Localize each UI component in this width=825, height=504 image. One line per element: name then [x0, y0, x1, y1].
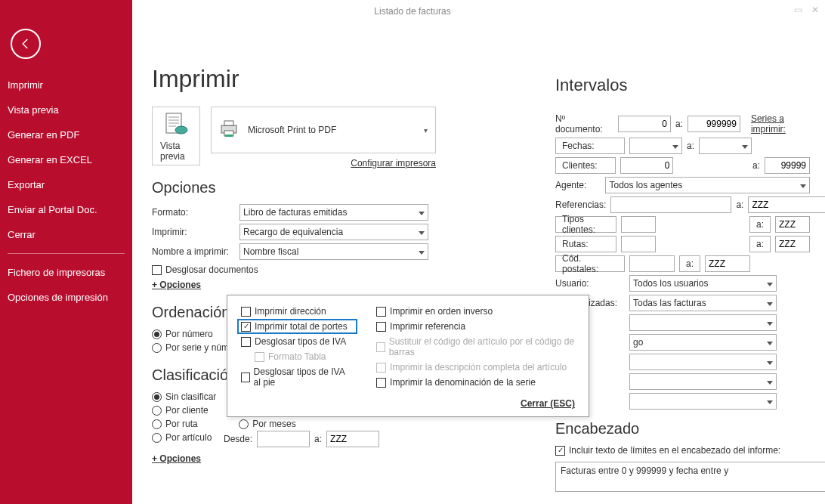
extra-select-1[interactable] — [629, 314, 777, 331]
series-link[interactable]: Series a imprimir: — [751, 113, 810, 135]
sidebar-item-vista-previa[interactable]: Vista previa — [0, 97, 132, 122]
usuario-label: Usuario: — [555, 278, 625, 289]
clientes-button[interactable]: Clientes: — [555, 157, 616, 174]
mas-opciones-clasif-link[interactable]: + Opciones — [152, 453, 201, 464]
ndoc-label: Nº documento: — [555, 113, 613, 135]
rutas-button[interactable]: Rutas: — [555, 236, 616, 252]
ref-label: Referencias: — [555, 199, 606, 210]
sidebar-item-pdf[interactable]: Generar en PDF — [0, 122, 132, 147]
agente-select[interactable]: Todos los agentes — [605, 177, 810, 193]
a-button-1[interactable]: a: — [749, 216, 771, 233]
extra-select-3[interactable] — [629, 354, 777, 370]
desglosar-checkbox[interactable]: Desglosar documentos — [152, 264, 431, 275]
usuario-select[interactable]: Todos los usuarios — [629, 275, 777, 292]
a-label-1: a: — [675, 119, 683, 129]
cp-button[interactable]: Cód. postales: — [555, 255, 625, 272]
nombre-label: Nombre a imprimir: — [152, 246, 235, 257]
printer-icon — [219, 119, 240, 141]
printer-name: Microsoft Print to PDF — [248, 125, 336, 135]
formato-label: Formato: — [152, 207, 235, 218]
clasif-meses-radio[interactable]: Por meses — [239, 419, 387, 429]
cp-from-input[interactable] — [629, 255, 675, 272]
sidebar-item-excel[interactable]: Generar en EXCEL — [0, 147, 132, 172]
imprimir-denominacion-checkbox[interactable]: Imprimir la denominación de la serie — [376, 377, 575, 388]
tipos-button[interactable]: Tipos clientes: — [555, 216, 616, 233]
clasif-articulo-radio[interactable]: Por artículo — [152, 432, 212, 443]
imprimir-direccion-checkbox[interactable]: Imprimir dirección — [241, 306, 354, 317]
a-button-3[interactable]: a: — [679, 255, 700, 272]
extra-select-5[interactable] — [629, 393, 777, 410]
window-title: Listado de facturas — [374, 6, 450, 17]
extra-select-4[interactable] — [629, 373, 777, 390]
fecha-to-select[interactable] — [699, 138, 752, 154]
desglosar-iva-pie-checkbox[interactable]: Desglosar tipos de IVA al pie — [241, 366, 354, 388]
sidebar-item-portal[interactable]: Enviar al Portal Doc. — [0, 197, 132, 222]
orden-inverso-checkbox[interactable]: Imprimir en orden inverso — [376, 306, 575, 317]
preview-button[interactable]: Vista previa — [152, 107, 200, 165]
sustituir-codigo-checkbox: Sustituir el código del artículo por el … — [376, 336, 575, 357]
nombre-select[interactable]: Nombre fiscal — [239, 243, 428, 260]
formato-tabla-checkbox: Formato Tabla — [255, 351, 354, 362]
printer-select[interactable]: Microsoft Print to PDF ▾ — [211, 107, 436, 153]
sidebar: Imprimir Vista previa Generar en PDF Gen… — [0, 0, 132, 504]
opciones-heading: Opciones — [152, 179, 431, 196]
rutas-from-input[interactable] — [621, 236, 656, 252]
ref-from-input[interactable] — [610, 196, 731, 213]
tipos-to-input[interactable] — [775, 216, 810, 233]
imprimir-descripcion-checkbox: Imprimir la descripción completa del art… — [376, 362, 575, 373]
a-label: a: — [314, 434, 322, 444]
mas-opciones-link[interactable]: + Opciones — [152, 280, 201, 290]
svg-rect-3 — [224, 121, 233, 125]
fechas-button[interactable]: Fechas: — [555, 138, 625, 154]
contab-select[interactable]: Todas las facturas — [629, 295, 777, 311]
encabezado-heading: Encabezado — [555, 420, 810, 438]
ndoc-to-input[interactable] — [688, 116, 740, 132]
clasif-cliente-radio[interactable]: Por cliente — [152, 405, 216, 416]
a-button-2[interactable]: a: — [749, 236, 771, 252]
cp-to-input[interactable] — [705, 255, 750, 272]
svg-rect-5 — [225, 135, 233, 137]
intervalos-heading: Intervalos — [555, 76, 810, 95]
ndoc-from-input[interactable] — [618, 116, 671, 132]
preview-label: Vista previa — [160, 141, 192, 162]
sidebar-item-exportar[interactable]: Exportar — [0, 172, 132, 197]
formato-select[interactable]: Libro de facturas emitidas — [239, 204, 428, 221]
incluir-texto-checkbox[interactable]: ✓Incluir texto de límites en el encabeza… — [555, 445, 810, 456]
cerrar-popup-link[interactable]: Cerrar (ESC) — [521, 398, 575, 409]
clasif-ruta-radio[interactable]: Por ruta — [152, 419, 216, 429]
desde-input[interactable] — [257, 431, 310, 447]
page-title: Imprimir — [152, 65, 431, 93]
extra-select-2[interactable]: go — [629, 334, 777, 351]
imprimir-label: Imprimir: — [152, 227, 235, 237]
hasta-input[interactable] — [326, 431, 379, 447]
clientes-to-input[interactable] — [765, 157, 810, 174]
back-button[interactable] — [11, 29, 41, 59]
document-preview-icon — [160, 112, 192, 138]
fecha-from-select[interactable] — [629, 138, 682, 154]
imprimir-select[interactable]: Recargo de equivalencia — [239, 224, 428, 240]
minimize-icon[interactable]: ▭ — [794, 5, 802, 15]
a-label-2: a: — [687, 141, 694, 151]
sidebar-item-fichero[interactable]: Fichero de impresoras — [0, 260, 132, 285]
chevron-down-icon: ▾ — [424, 126, 428, 135]
imprimir-ref-checkbox[interactable]: Imprimir referencia — [376, 321, 575, 332]
close-icon[interactable]: ✕ — [811, 5, 819, 15]
svg-point-1 — [175, 126, 187, 134]
opciones-popup: Imprimir dirección ✓Imprimir total de po… — [227, 295, 589, 417]
imprimir-portes-checkbox[interactable]: ✓Imprimir total de portes — [241, 321, 354, 332]
tipos-from-input[interactable] — [621, 216, 656, 233]
sidebar-item-cerrar[interactable]: Cerrar — [0, 222, 132, 247]
rutas-to-input[interactable] — [775, 236, 810, 252]
desglosar-iva-checkbox[interactable]: Desglosar tipos de IVA — [241, 336, 354, 347]
desde-label: Desde: — [224, 434, 252, 444]
clientes-from-input[interactable] — [620, 157, 673, 174]
clasif-sin-radio[interactable]: Sin clasificar — [152, 391, 216, 402]
configure-printer-link[interactable]: Configurar impresora — [351, 158, 436, 169]
agente-label: Agente: — [555, 180, 601, 190]
a-label-4: a: — [736, 199, 743, 210]
sidebar-item-imprimir[interactable]: Imprimir — [0, 73, 132, 97]
a-label-3: a: — [752, 160, 760, 171]
ref-to-input[interactable] — [748, 196, 825, 213]
sidebar-item-opciones-imp[interactable]: Opciones de impresión — [0, 285, 132, 310]
encabezado-textarea[interactable]: Facturas entre 0 y 999999 y fecha entre … — [555, 462, 825, 492]
